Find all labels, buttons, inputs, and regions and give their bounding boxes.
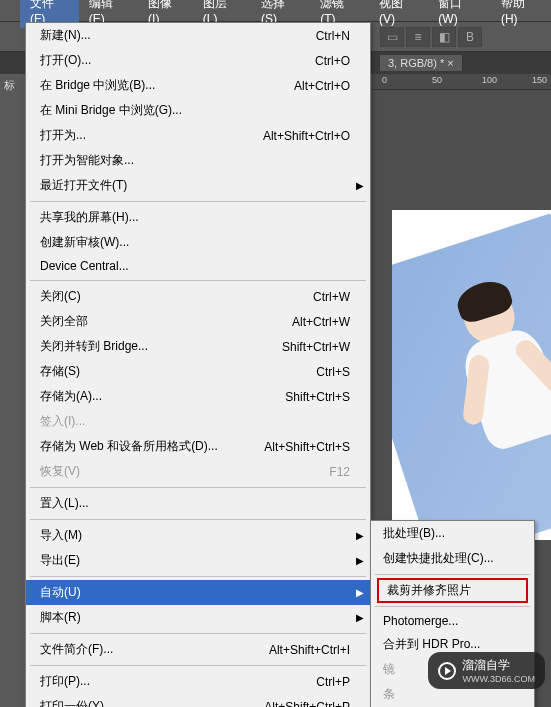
menu-item-label: 打印(P)... xyxy=(40,673,90,690)
menu-separator xyxy=(375,606,530,607)
menu-item-label: 导出(E) xyxy=(40,552,80,569)
file-menu-item[interactable]: 置入(L)... xyxy=(26,491,370,516)
file-menu-item[interactable]: 在 Mini Bridge 中浏览(G)... xyxy=(26,98,370,123)
file-menu-item[interactable]: 打开为智能对象... xyxy=(26,148,370,173)
menu-item-label: 打开(O)... xyxy=(40,52,91,69)
highlighted-submenu-item[interactable]: 裁剪并修齐照片 xyxy=(377,578,528,603)
menu-item-shortcut: Alt+Shift+Ctrl+I xyxy=(269,643,350,657)
menu-item-label: 打开为智能对象... xyxy=(40,152,134,169)
play-icon xyxy=(438,662,456,680)
auto-submenu-item[interactable]: Photomerge... xyxy=(371,610,534,632)
menu-item-shortcut: Alt+Ctrl+O xyxy=(294,79,350,93)
menu-item-shortcut: Ctrl+N xyxy=(316,29,350,43)
file-menu-item[interactable]: 打印(P)...Ctrl+P xyxy=(26,669,370,694)
auto-submenu-item[interactable]: 批处理(B)... xyxy=(371,521,534,546)
ruler-tick: 0 xyxy=(382,75,387,85)
menu-item-label: 在 Bridge 中浏览(B)... xyxy=(40,77,155,94)
file-menu-item[interactable]: 导入(M)▶ xyxy=(26,523,370,548)
menu-item-shortcut: Ctrl+W xyxy=(313,290,350,304)
menu-view[interactable]: 视图(V) xyxy=(369,0,428,28)
toolbar-icon[interactable]: ≡ xyxy=(406,27,430,47)
submenu-arrow-icon: ▶ xyxy=(356,180,364,191)
person-figure xyxy=(433,273,551,513)
file-menu-item[interactable]: 存储为 Web 和设备所用格式(D)...Alt+Shift+Ctrl+S xyxy=(26,434,370,459)
menu-item-label: 关闭全部 xyxy=(40,313,88,330)
file-menu-item[interactable]: Device Central... xyxy=(26,255,370,277)
file-menu-item[interactable]: 最近打开文件(T)▶ xyxy=(26,173,370,198)
file-menu-item[interactable]: 打印一份(Y)Alt+Shift+Ctrl+P xyxy=(26,694,370,707)
menu-item-label: 共享我的屏幕(H)... xyxy=(40,209,139,226)
menu-item-label: 签入(I)... xyxy=(40,413,85,430)
ruler-tick: 150 xyxy=(532,75,547,85)
submenu-arrow-icon: ▶ xyxy=(356,612,364,623)
file-menu-item[interactable]: 打开(O)...Ctrl+O xyxy=(26,48,370,73)
menu-item-label: 自动(U) xyxy=(40,584,81,601)
file-menu-item[interactable]: 新建(N)...Ctrl+N xyxy=(26,23,370,48)
file-menu-dropdown: 新建(N)...Ctrl+N打开(O)...Ctrl+O在 Bridge 中浏览… xyxy=(25,22,371,707)
watermark: 溜溜自学 WWW.3D66.COM xyxy=(428,652,545,689)
file-menu-item[interactable]: 存储为(A)...Shift+Ctrl+S xyxy=(26,384,370,409)
menu-item-shortcut: F12 xyxy=(329,465,350,479)
menu-item-label: 存储为(A)... xyxy=(40,388,102,405)
watermark-brand: 溜溜自学 xyxy=(462,657,535,674)
menu-item-label: 存储(S) xyxy=(40,363,80,380)
menu-item-shortcut: Alt+Shift+Ctrl+S xyxy=(264,440,350,454)
file-menu-item[interactable]: 导出(E)▶ xyxy=(26,548,370,573)
menu-item-label: 脚本(R) xyxy=(40,609,81,626)
watermark-site: WWW.3D66.COM xyxy=(462,674,535,684)
menu-window[interactable]: 窗口(W) xyxy=(428,0,491,28)
file-menu-item[interactable]: 存储(S)Ctrl+S xyxy=(26,359,370,384)
horizontal-ruler: 0 50 100 150 xyxy=(372,74,551,90)
file-menu-item: 签入(I)... xyxy=(26,409,370,434)
menu-item-shortcut: Shift+Ctrl+S xyxy=(285,390,350,404)
left-panel-label: 标 xyxy=(4,78,18,93)
menu-item-label: 文件简介(F)... xyxy=(40,641,113,658)
menu-item-shortcut: Alt+Shift+Ctrl+P xyxy=(264,700,350,708)
menu-item-label: 打开为... xyxy=(40,127,86,144)
menu-separator xyxy=(30,519,366,520)
menu-separator xyxy=(30,576,366,577)
menu-item-shortcut: Alt+Ctrl+W xyxy=(292,315,350,329)
menu-separator xyxy=(30,280,366,281)
auto-submenu-item[interactable]: 创建快捷批处理(C)... xyxy=(371,546,534,571)
menu-item-label: 置入(L)... xyxy=(40,495,89,512)
menu-item-label: Device Central... xyxy=(40,259,129,273)
file-menu-item[interactable]: 脚本(R)▶ xyxy=(26,605,370,630)
toolbar-icon[interactable]: ◧ xyxy=(432,27,456,47)
file-menu-item[interactable]: 关闭并转到 Bridge...Shift+Ctrl+W xyxy=(26,334,370,359)
menu-item-label: 在 Mini Bridge 中浏览(G)... xyxy=(40,102,182,119)
toolbar-icon[interactable]: ▭ xyxy=(380,27,404,47)
submenu-arrow-icon: ▶ xyxy=(356,530,364,541)
menu-separator xyxy=(375,574,530,575)
ruler-tick: 100 xyxy=(482,75,497,85)
toolbar-icon[interactable]: B xyxy=(458,27,482,47)
menu-help[interactable]: 帮助(H) xyxy=(491,0,551,28)
file-menu-item[interactable]: 共享我的屏幕(H)... xyxy=(26,205,370,230)
menu-item-label: 导入(M) xyxy=(40,527,82,544)
menu-item-label: 打印一份(Y) xyxy=(40,698,104,707)
file-menu-item[interactable]: 关闭(C)Ctrl+W xyxy=(26,284,370,309)
submenu-arrow-icon: ▶ xyxy=(356,587,364,598)
document-tab[interactable]: 3, RGB/8) * × xyxy=(380,55,463,71)
menu-item-label: 关闭并转到 Bridge... xyxy=(40,338,148,355)
menu-separator xyxy=(30,487,366,488)
menu-item-label: 关闭(C) xyxy=(40,288,81,305)
file-menu-item[interactable]: 打开为...Alt+Shift+Ctrl+O xyxy=(26,123,370,148)
menu-item-label: 最近打开文件(T) xyxy=(40,177,127,194)
menu-item-shortcut: Ctrl+S xyxy=(316,365,350,379)
file-menu-item[interactable]: 文件简介(F)...Alt+Shift+Ctrl+I xyxy=(26,637,370,662)
menu-item-shortcut: Ctrl+O xyxy=(315,54,350,68)
menubar: 文件(F) 编辑(E) 图像(I) 图层(L) 选择(S) 滤镜(T) 视图(V… xyxy=(0,0,551,22)
file-menu-item[interactable]: 创建新审核(W)... xyxy=(26,230,370,255)
menu-separator xyxy=(30,201,366,202)
menu-item-shortcut: Shift+Ctrl+W xyxy=(282,340,350,354)
file-menu-item[interactable]: 在 Bridge 中浏览(B)...Alt+Ctrl+O xyxy=(26,73,370,98)
file-menu-item[interactable]: 关闭全部Alt+Ctrl+W xyxy=(26,309,370,334)
menu-item-label: 新建(N)... xyxy=(40,27,91,44)
menu-item-label: 存储为 Web 和设备所用格式(D)... xyxy=(40,438,218,455)
menu-item-shortcut: Alt+Shift+Ctrl+O xyxy=(263,129,350,143)
file-menu-item[interactable]: 自动(U)▶ xyxy=(26,580,370,605)
ruler-tick: 50 xyxy=(432,75,442,85)
file-menu-item: 恢复(V)F12 xyxy=(26,459,370,484)
document-canvas[interactable] xyxy=(392,210,551,540)
